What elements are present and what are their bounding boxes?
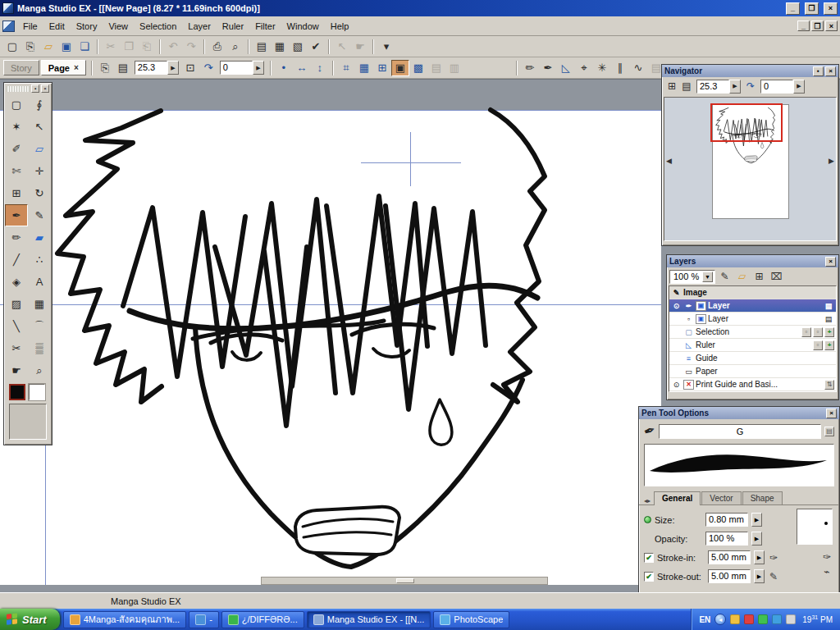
visibility-eye-icon[interactable]: ⊙ bbox=[671, 381, 682, 389]
pen-options-titlebar[interactable]: Pen Tool Options × bbox=[639, 407, 839, 419]
grid-tool[interactable]: ⊞ bbox=[5, 182, 28, 204]
page-manager-icon[interactable]: ▦ bbox=[271, 39, 289, 55]
object-select-tool[interactable]: ↖ bbox=[28, 116, 51, 138]
new-page-icon[interactable]: ▢ bbox=[3, 39, 21, 55]
updates-icon[interactable] bbox=[730, 614, 740, 624]
navigator-titlebar[interactable]: Navigator ▪ × bbox=[662, 65, 838, 77]
taskbar-task[interactable]: 4Manga-สังคมคุณภาพ... bbox=[63, 611, 187, 628]
pen-tool[interactable]: ✒ bbox=[5, 204, 28, 226]
palette-minimize-icon[interactable]: ▪ bbox=[31, 84, 39, 93]
tab-general[interactable]: General bbox=[654, 491, 701, 505]
background-color-swatch[interactable] bbox=[29, 384, 45, 400]
rotation-spinner[interactable]: 0 ▶ bbox=[220, 61, 264, 75]
preset-list-icon[interactable]: ▤ bbox=[824, 427, 834, 436]
rectangle-select-tool[interactable]: ▢ bbox=[5, 94, 28, 116]
move-tool[interactable]: ✛ bbox=[28, 160, 51, 182]
compass-icon[interactable]: ⌖ bbox=[575, 60, 593, 76]
Help[interactable]: Help bbox=[325, 19, 355, 34]
selection-eraser-tool[interactable]: ▱ bbox=[28, 138, 51, 160]
scrollbar-thumb[interactable] bbox=[396, 578, 414, 583]
pen-mode-icon[interactable]: ✒ bbox=[539, 60, 557, 76]
fill-tool[interactable]: ◈ bbox=[5, 271, 28, 293]
save-icon[interactable]: ▣ bbox=[57, 39, 75, 55]
layer-row[interactable]: ▫ ▣ Layer ▤ bbox=[669, 313, 836, 326]
fit-page-icon[interactable]: ⊡ bbox=[181, 60, 199, 76]
size-value[interactable]: 0.80 mm bbox=[705, 513, 748, 527]
layer-group-image[interactable]: ✎ Image bbox=[669, 286, 836, 299]
selection-pen-tool[interactable]: ✐ bbox=[5, 138, 28, 160]
tab-shape[interactable]: Shape bbox=[742, 491, 783, 504]
layer-options-icon[interactable]: ▤ bbox=[823, 302, 834, 310]
snap-parallel-icon[interactable]: ▩ bbox=[409, 60, 427, 76]
marker-tool[interactable]: ✎ bbox=[28, 204, 51, 226]
language-indicator[interactable]: EN bbox=[699, 615, 710, 624]
layer-opacity-dropdown[interactable]: 100 % ▼ bbox=[669, 270, 715, 284]
messenger-icon[interactable] bbox=[758, 614, 768, 624]
nav-fit-icon[interactable]: ⊞ bbox=[664, 79, 679, 94]
line-tool[interactable]: ╲ bbox=[5, 315, 28, 337]
nav-pages-icon[interactable]: ▤ bbox=[679, 79, 694, 94]
story-editor-icon[interactable]: ▤ bbox=[253, 39, 271, 55]
snap-off-icon[interactable]: ▤ bbox=[427, 60, 445, 76]
taskbar-task[interactable]: Manga Studio EX - [[N... bbox=[307, 611, 431, 628]
layer-row-active[interactable]: ⊙ ✒ ▣ Layer ▤ bbox=[669, 299, 836, 313]
close-button[interactable]: × bbox=[824, 2, 838, 15]
new-layer-icon[interactable]: ⊞ bbox=[751, 269, 767, 284]
ruler-option-icon[interactable]: ▫ bbox=[813, 340, 823, 350]
snap-tone-icon[interactable]: ▦ bbox=[355, 60, 373, 76]
nav-rotation-arrow-icon[interactable]: ▶ bbox=[793, 80, 805, 94]
nav-zoom-arrow-icon[interactable]: ▶ bbox=[729, 80, 741, 94]
layer-options-icon[interactable]: ▤ bbox=[823, 315, 834, 323]
check-icon[interactable]: ✔ bbox=[307, 39, 325, 55]
select-mode-icon[interactable]: ↖ bbox=[333, 39, 351, 55]
brush-tool[interactable]: ╱ bbox=[5, 249, 28, 271]
Edit[interactable]: Edit bbox=[43, 19, 71, 34]
minimize-button[interactable]: _ bbox=[786, 2, 800, 15]
save-all-icon[interactable]: ❏ bbox=[75, 39, 94, 55]
zoom-spinner[interactable]: 25.3 ▶ bbox=[135, 61, 179, 75]
dropdown-arrow-icon[interactable]: ▼ bbox=[702, 272, 713, 282]
layers-close-icon[interactable]: × bbox=[825, 257, 836, 267]
burst-ruler-icon[interactable]: ✳ bbox=[593, 60, 611, 76]
File[interactable]: File bbox=[17, 19, 43, 34]
tab-vector[interactable]: Vector bbox=[701, 491, 741, 504]
palette-close-icon[interactable]: × bbox=[41, 84, 49, 93]
scissors-tool[interactable]: ✂ bbox=[5, 337, 28, 359]
size-indicator-icon[interactable] bbox=[644, 516, 651, 523]
text-tool[interactable]: A bbox=[28, 271, 51, 293]
spinner-icon[interactable]: ⇅ bbox=[824, 380, 834, 390]
stroke-in-pressure-icon[interactable]: ✑ bbox=[769, 552, 778, 564]
new-story-icon[interactable]: ⎘ bbox=[21, 39, 39, 55]
hand-tool[interactable]: ☛ bbox=[5, 359, 28, 381]
pen-options-close-icon[interactable]: × bbox=[826, 409, 837, 418]
Ruler[interactable]: Ruler bbox=[217, 19, 249, 34]
layer-row-selection[interactable]: ▢ Selection ▫ ▫ + bbox=[669, 326, 836, 339]
start-button[interactable]: Start bbox=[0, 609, 60, 630]
nav-zoom-value[interactable]: 25.3 bbox=[696, 80, 729, 94]
tab-scroll-icon[interactable]: ◂▸ bbox=[644, 497, 651, 504]
print-icon[interactable]: ⎙ bbox=[208, 39, 226, 55]
flip-horizontal-icon[interactable]: ↔ bbox=[293, 60, 311, 76]
airbrush-tool[interactable]: ∴ bbox=[28, 249, 51, 271]
visibility-eye-icon[interactable]: ⊙ bbox=[671, 302, 682, 310]
paste-icon[interactable]: ⎗ bbox=[138, 39, 156, 55]
stroke-in-checkbox[interactable]: ✔ bbox=[644, 553, 654, 563]
add-selection-icon[interactable]: + bbox=[824, 327, 834, 337]
navigator-preview[interactable]: ◀ ▶ bbox=[664, 97, 837, 241]
snap-perspective-icon[interactable]: ⊞ bbox=[373, 60, 391, 76]
layer-row-ruler[interactable]: ◺ Ruler ▫ + bbox=[669, 339, 836, 352]
layer-row-guide[interactable]: ≡ Guide bbox=[669, 352, 836, 365]
Filter[interactable]: Filter bbox=[249, 19, 281, 34]
selection-option-icon[interactable]: ▫ bbox=[801, 327, 811, 337]
tone-tool[interactable]: ▨ bbox=[5, 293, 28, 315]
rotation-value[interactable]: 0 bbox=[220, 61, 253, 75]
redo-icon[interactable]: ↷ bbox=[182, 39, 200, 55]
open-icon[interactable]: ▱ bbox=[39, 39, 57, 55]
tray-clock[interactable]: 1931 PM bbox=[802, 614, 833, 624]
Selection[interactable]: Selection bbox=[134, 19, 182, 34]
tab-story[interactable]: Story bbox=[3, 60, 39, 75]
gradient-tool[interactable]: ▒ bbox=[28, 337, 51, 359]
pencil-tool[interactable]: ✏ bbox=[5, 226, 28, 249]
delete-layer-icon[interactable]: ⌧ bbox=[769, 269, 784, 284]
nav-rotation-value[interactable]: 0 bbox=[760, 80, 793, 94]
